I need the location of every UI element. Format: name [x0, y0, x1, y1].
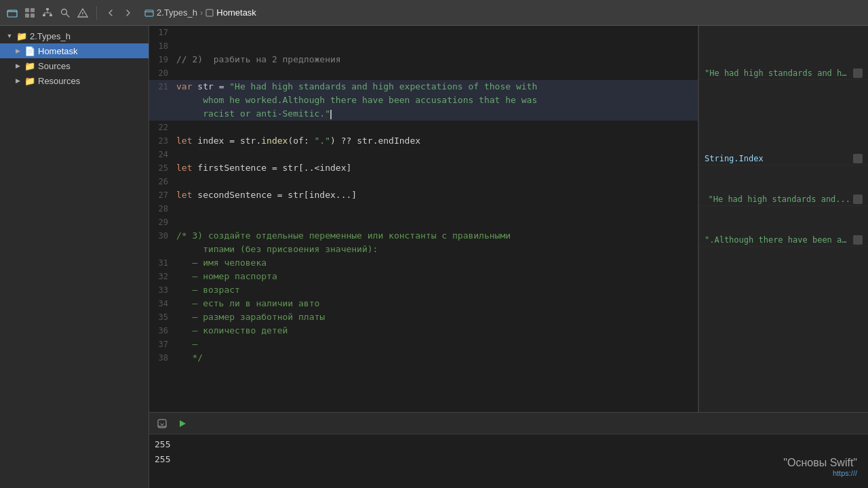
svg-rect-17: [206, 9, 213, 16]
code-line-34: 34 – есть ли в наличии авто: [149, 297, 698, 310]
folder-icon[interactable]: [5, 6, 19, 20]
search-icon[interactable]: [58, 6, 72, 20]
main-layout: ▼ 📁 2.Types_h ▶ 📄 Hometask ▶ 📁 Sources ▶…: [0, 26, 868, 488]
code-line: 17: [149, 26, 698, 39]
preview-copy-icon-27[interactable]: [853, 235, 863, 245]
preview-row-27: ".Although there have been a...: [699, 233, 868, 247]
code-panel[interactable]: 17 18 19 // 2) разбить на 2 предложения: [149, 26, 698, 412]
svg-point-12: [62, 9, 67, 14]
breadcrumb: 2.Types_h › Hometask: [144, 7, 256, 18]
code-line-36: 36 – количество детей: [149, 324, 698, 338]
preview-copy-icon-21[interactable]: [853, 68, 863, 78]
line-number: 26: [149, 175, 176, 188]
line-number: 28: [149, 202, 176, 216]
line-number: 38: [149, 351, 176, 365]
file-icon: 📄: [24, 45, 35, 56]
preview-type-23: String.Index: [705, 154, 764, 163]
code-line-21-cont1: whom he worked.Although there have been …: [149, 94, 698, 107]
breadcrumb-item-2[interactable]: Hometask: [216, 7, 256, 18]
line-number: 22: [149, 121, 176, 134]
line-number: 20: [149, 66, 176, 80]
line-content: – есть ли в наличии авто: [176, 297, 698, 310]
code-line: 29: [149, 216, 698, 229]
preview-spacer-4: [699, 206, 868, 233]
line-content: */: [176, 351, 698, 365]
code-line-27: 27 let secondSentence = str[index...]: [149, 188, 698, 202]
code-line-35: 35 – размер заработной платы: [149, 310, 698, 324]
line-number: 23: [149, 134, 176, 148]
run-button[interactable]: [175, 416, 190, 431]
line-content: let index = str.index(of: ".") ?? str.en…: [176, 134, 698, 148]
sidebar-item-types-h[interactable]: ▼ 📁 2.Types_h: [0, 28, 149, 43]
folder-icon: 📁: [24, 60, 35, 71]
svg-rect-1: [25, 8, 29, 12]
line-content: – возраст: [176, 283, 698, 297]
preview-panel: "He had high standards and hig String.In…: [698, 26, 868, 412]
warning-icon[interactable]: [76, 6, 90, 20]
svg-rect-5: [46, 8, 49, 10]
line-number: 19: [149, 53, 176, 66]
line-number: 17: [149, 26, 176, 39]
code-line-30-cont: типами (без присвоения значений):: [149, 243, 698, 256]
line-number: 34: [149, 297, 176, 310]
line-number: 25: [149, 161, 176, 175]
line-content: –: [176, 338, 698, 351]
sidebar-label-hometask: Hometask: [38, 46, 78, 56]
preview-value-21: "He had high standards and hig: [705, 68, 850, 78]
code-line-33: 33 – возраст: [149, 283, 698, 297]
code-line-21-cont2: racist or anti-Semitic.": [149, 107, 698, 121]
line-content: /* 3) создайте отдельные переменные или …: [176, 229, 698, 243]
sidebar-item-resources[interactable]: ▶ 📁 Resources: [0, 73, 149, 88]
nav-back-icon[interactable]: [104, 6, 117, 20]
code-line-21: 21 var str = "He had high standards and …: [149, 80, 698, 94]
line-number: 24: [149, 148, 176, 161]
preview-row-23: String.Index: [699, 152, 868, 165]
sidebar-item-hometask[interactable]: ▶ 📄 Hometask: [0, 43, 149, 58]
svg-line-13: [66, 14, 69, 17]
line-number: 27: [149, 188, 176, 202]
line-number: 32: [149, 270, 176, 283]
sidebar-label-types-h: 2.Types_h: [30, 31, 71, 41]
code-line-32: 32 – номер паспорта: [149, 270, 698, 283]
breadcrumb-separator: ›: [200, 7, 203, 18]
line-content: – имя человека: [176, 256, 698, 270]
code-line: 26: [149, 175, 698, 188]
editor-main: 17 18 19 // 2) разбить на 2 предложения: [149, 26, 868, 412]
code-line-23: 23 let index = str.index(of: ".") ?? str…: [149, 134, 698, 148]
preview-spacer-3: [699, 165, 868, 192]
code-line: 24: [149, 148, 698, 161]
toolbar-separator: [96, 6, 97, 20]
main-toolbar: 2.Types_h › Hometask: [0, 0, 868, 26]
line-number: 21: [149, 80, 176, 94]
code-line: 22: [149, 121, 698, 134]
svg-point-15: [82, 15, 83, 16]
folder-icon: 📁: [24, 75, 35, 86]
line-content: whom he worked.Although there have been …: [176, 94, 698, 107]
nav-forward-icon[interactable]: [121, 6, 135, 20]
preview-copy-icon-25[interactable]: [853, 195, 863, 204]
preview-copy-icon-23[interactable]: [853, 154, 863, 163]
svg-rect-4: [31, 14, 35, 18]
collapse-button[interactable]: [155, 416, 170, 431]
grid-icon[interactable]: [23, 6, 37, 20]
preview-spacer-2: [699, 80, 868, 152]
code-line: 19 // 2) разбить на 2 предложения: [149, 53, 698, 66]
line-number: 36: [149, 324, 176, 338]
code-line: 28: [149, 202, 698, 216]
editor-wrapper: 17 18 19 // 2) разбить на 2 предложения: [149, 26, 868, 488]
line-number: 33: [149, 283, 176, 297]
sidebar-label-sources: Sources: [38, 61, 71, 71]
hierarchy-icon[interactable]: [41, 6, 54, 20]
code-line-37: 37 –: [149, 338, 698, 351]
sidebar-item-sources[interactable]: ▶ 📁 Sources: [0, 58, 149, 73]
svg-rect-7: [50, 14, 52, 16]
line-number: 35: [149, 310, 176, 324]
line-content: – количество детей: [176, 324, 698, 338]
line-content: – номер паспорта: [176, 270, 698, 283]
code-line-30: 30 /* 3) создайте отдельные переменные и…: [149, 229, 698, 243]
arrow-icon: ▶: [14, 62, 22, 70]
console-area: 255 255: [149, 434, 868, 488]
breadcrumb-item-1[interactable]: 2.Types_h: [157, 7, 197, 18]
code-line-38: 38 */: [149, 351, 698, 365]
code-line: 20: [149, 66, 698, 80]
